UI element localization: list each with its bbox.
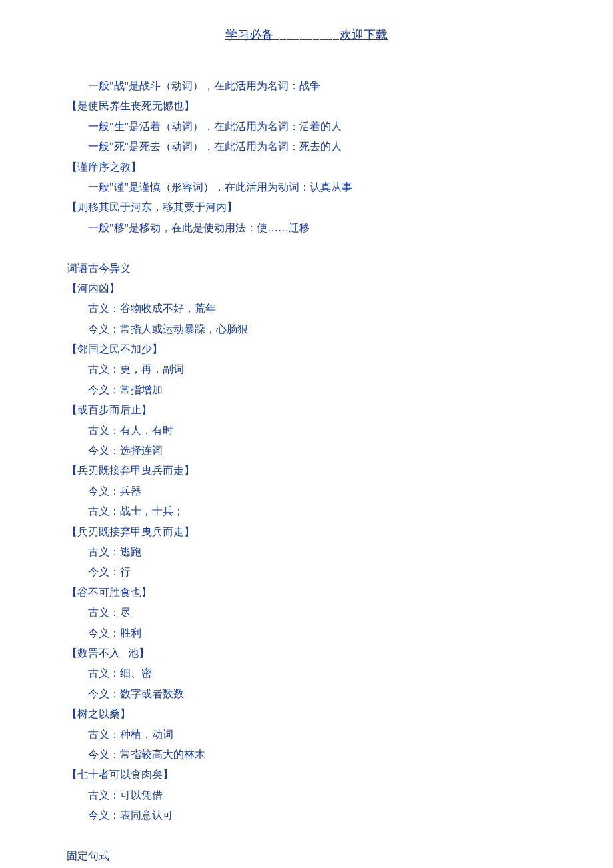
text-line: 今义：常指增加 <box>67 380 546 400</box>
text-line: 【邻国之民不加少】 <box>67 339 546 359</box>
text-line: 一般"战"是战斗（动词），在此活用为名词：战争 <box>67 76 546 96</box>
text-line: 【是使民养生丧死无憾也】 <box>67 96 546 116</box>
text-line: 今义：胜利 <box>67 623 546 643</box>
text-line: 【树之以桑】 <box>67 704 546 724</box>
header-dashes: __________ <box>273 28 340 41</box>
header-left: 学习必备 <box>225 28 273 41</box>
text-line: 古义：种植，动词 <box>67 725 546 745</box>
text-line: 【七十者可以食肉矣】 <box>67 765 546 785</box>
block-2-title: 词语古今异义 <box>67 259 546 279</box>
text-line: 【谨庠序之教】 <box>67 157 546 177</box>
text-line: 【谷不可胜食也】 <box>67 583 546 603</box>
text-line: 【或百步而后止】 <box>67 400 546 420</box>
text-line: 【兵刃既接弃甲曳兵而走】 <box>67 461 546 481</box>
section-gap <box>67 238 546 258</box>
text-line: 今义：常指较高大的林木 <box>67 745 546 765</box>
text-line: 一般"谨"是谨慎（形容词），在此活用为动词：认真从事 <box>67 177 546 197</box>
text-line: 古义：更，再，副词 <box>67 359 546 379</box>
text-line: 【则移其民于河东，移其粟于河内】 <box>67 197 546 217</box>
text-line: 【兵刃既接弃甲曳兵而走】 <box>67 522 546 542</box>
text-line: 一般"死"是死去（动词），在此活用为名词：死去的人 <box>67 137 546 157</box>
page-header: 学习必备__________欢迎下载 <box>67 27 546 43</box>
text-line: 一般"生"是活着（动词），在此活用为名词：活着的人 <box>67 117 546 137</box>
block-3-title: 固定句式 <box>67 846 546 866</box>
text-line: 【河内凶】 <box>67 279 546 299</box>
text-line: 古义：逃跑 <box>67 542 546 562</box>
block-1: 一般"战"是战斗（动词），在此活用为名词：战争【是使民养生丧死无憾也】一般"生"… <box>67 76 546 238</box>
text-line: 今义：数字或者数数 <box>67 684 546 704</box>
text-line: 古义：谷物收成不好，荒年 <box>67 299 546 319</box>
text-line: 今义：常指人或运动暴躁，心肠狠 <box>67 319 546 339</box>
block-2: 【河内凶】古义：谷物收成不好，荒年今义：常指人或运动暴躁，心肠狠【邻国之民不加少… <box>67 279 546 826</box>
section-gap <box>67 825 546 845</box>
text-line: 古义：战士，士兵； <box>67 501 546 521</box>
text-line: 一般"移"是移动，在此是使动用法：使……迁移 <box>67 218 546 238</box>
text-line: 【数罟不入 池】 <box>67 643 546 663</box>
text-line: 今义：行 <box>67 562 546 582</box>
text-line: 古义：有人，有时 <box>67 421 546 441</box>
text-line: 古义：细、密 <box>67 663 546 683</box>
document-page: 学习必备__________欢迎下载 一般"战"是战斗（动词），在此活用为名词：… <box>0 0 613 868</box>
header-right: 欢迎下载 <box>340 28 388 41</box>
text-line: 今义：兵器 <box>67 481 546 501</box>
text-line: 古义：尽 <box>67 603 546 623</box>
text-line: 今义：选择连词 <box>67 441 546 461</box>
text-line: 今义：表同意认可 <box>67 805 546 825</box>
text-line: 古义：可以凭借 <box>67 785 546 805</box>
